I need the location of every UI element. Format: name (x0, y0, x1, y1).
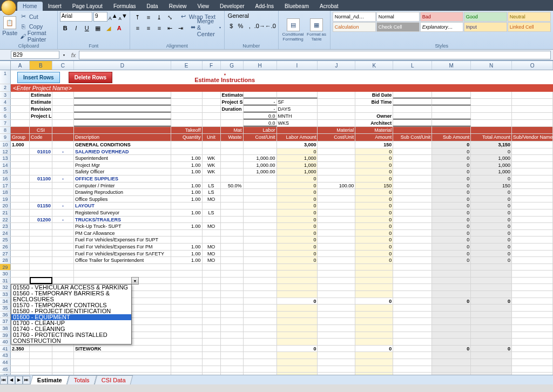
cell[interactable] (221, 318, 244, 325)
cell[interactable] (171, 141, 203, 148)
cell[interactable] (52, 162, 74, 168)
cell[interactable] (393, 298, 432, 305)
cell[interactable] (512, 148, 553, 155)
border-button[interactable]: ▦ (92, 23, 103, 33)
cell[interactable] (11, 113, 30, 119)
cell[interactable] (393, 291, 432, 298)
cell[interactable] (471, 106, 512, 112)
cell[interactable] (355, 278, 393, 284)
cell[interactable] (393, 99, 432, 105)
cell[interactable] (318, 264, 355, 271)
cell[interactable] (512, 352, 553, 359)
cell[interactable]: Cost/Unit (244, 134, 277, 141)
cell[interactable] (52, 209, 74, 216)
cell[interactable] (221, 251, 244, 257)
row-header[interactable]: 19 (0, 196, 11, 202)
cell[interactable]: Bid Time (355, 99, 393, 105)
cell[interactable] (221, 332, 244, 339)
cell[interactable] (318, 352, 355, 359)
cell[interactable]: 0 (432, 162, 471, 168)
cell[interactable] (318, 168, 355, 175)
cell[interactable] (221, 352, 244, 359)
cell[interactable] (203, 120, 221, 126)
cell[interactable] (355, 284, 393, 290)
cell[interactable] (512, 168, 553, 175)
cell[interactable] (244, 298, 277, 305)
cell[interactable] (471, 127, 512, 133)
cell[interactable] (52, 366, 74, 373)
tab-nav-first[interactable]: ⏮ (0, 376, 8, 384)
cell[interactable] (432, 106, 471, 112)
cell[interactable]: 0.0 (244, 113, 277, 119)
cell[interactable] (52, 134, 74, 141)
cell[interactable] (30, 141, 52, 148)
cell[interactable]: 1.00 (171, 168, 203, 175)
row-header[interactable]: 30 (0, 271, 11, 277)
cell[interactable] (244, 332, 277, 339)
cell[interactable] (512, 278, 553, 284)
cell[interactable] (244, 271, 277, 277)
grow-font-button[interactable]: A▲ (109, 12, 118, 21)
cell[interactable] (244, 209, 277, 216)
cell[interactable] (171, 339, 203, 345)
cell[interactable] (221, 155, 244, 161)
font-color-button[interactable]: A (114, 23, 125, 33)
cell[interactable] (318, 257, 355, 263)
row-header[interactable]: 38 (0, 325, 11, 332)
cell[interactable]: MO (203, 257, 221, 263)
cell[interactable]: LS (203, 183, 221, 189)
cell[interactable] (171, 325, 203, 332)
cell[interactable] (355, 325, 393, 332)
cell[interactable] (512, 332, 553, 339)
cell[interactable] (512, 127, 553, 133)
cell[interactable] (30, 223, 52, 229)
cell[interactable] (432, 352, 471, 359)
cell[interactable] (318, 202, 355, 209)
formula-bar[interactable] (79, 51, 551, 59)
cell[interactable] (277, 127, 318, 133)
cell[interactable] (30, 209, 52, 216)
cell[interactable] (171, 148, 203, 155)
cell[interactable]: 0 (432, 155, 471, 161)
cell[interactable] (74, 127, 171, 133)
row-header[interactable]: 28 (0, 257, 11, 263)
cell[interactable]: 0 (277, 251, 318, 257)
row-header[interactable]: 14 (0, 162, 11, 168)
paste-button[interactable]: 📋 Paste (2, 12, 18, 40)
cell[interactable] (203, 202, 221, 209)
cell[interactable]: Unit (203, 134, 221, 141)
cell[interactable] (393, 278, 432, 284)
cell[interactable] (244, 325, 277, 332)
cell[interactable] (318, 162, 355, 168)
cell[interactable] (512, 175, 553, 182)
cell[interactable]: 0 (355, 298, 393, 305)
cell[interactable] (244, 217, 277, 223)
cell[interactable] (203, 230, 221, 236)
cell[interactable]: 0 (432, 189, 471, 195)
cell[interactable] (432, 127, 471, 133)
cell[interactable]: 150 (471, 183, 512, 189)
cell[interactable] (277, 271, 318, 277)
cell[interactable]: 0 (277, 202, 318, 209)
ribbon-tab-home[interactable]: Home (17, 2, 43, 11)
cell[interactable] (11, 92, 30, 98)
cell[interactable] (30, 183, 52, 189)
cell[interactable] (355, 312, 393, 318)
cell[interactable] (512, 202, 553, 209)
cell[interactable] (171, 99, 203, 105)
cell[interactable] (171, 318, 203, 325)
cell[interactable] (52, 183, 74, 189)
cell[interactable] (221, 113, 244, 119)
cell[interactable]: MNTH (277, 113, 318, 119)
cell[interactable]: Waste (221, 134, 244, 141)
cell[interactable] (432, 305, 471, 311)
cell[interactable]: Duration (221, 106, 244, 112)
cell[interactable] (221, 168, 244, 175)
cell[interactable] (471, 284, 512, 290)
cell[interactable] (432, 366, 471, 373)
cell[interactable] (221, 339, 244, 345)
align-middle-button[interactable]: ≡ (143, 12, 154, 23)
cell[interactable] (203, 141, 221, 148)
cell[interactable]: 150 (355, 183, 393, 189)
cell[interactable] (171, 312, 203, 318)
